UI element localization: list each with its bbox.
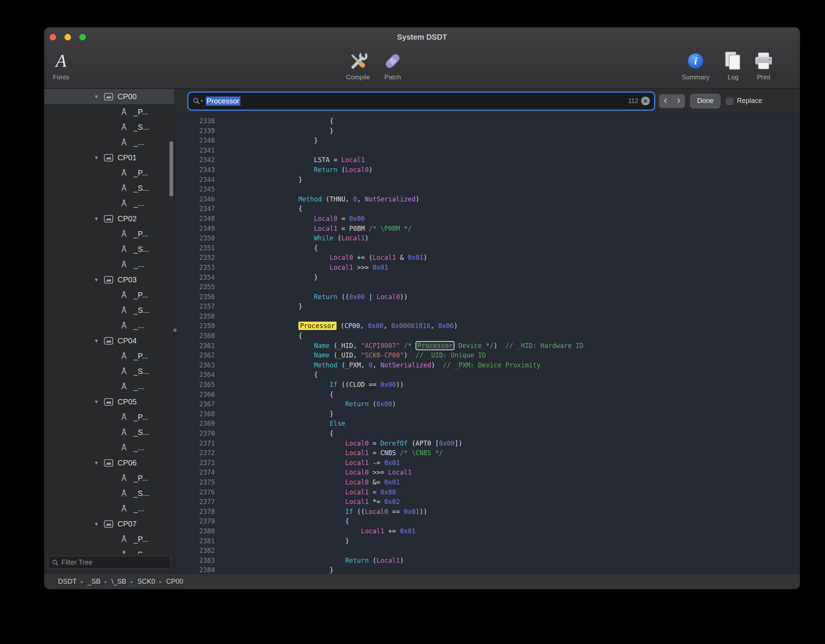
tree-item-cp03[interactable]: ▼CP03: [44, 272, 174, 287]
replace-checkbox[interactable]: [726, 97, 733, 105]
tree-item-_p[interactable]: _P...: [44, 287, 174, 303]
disclosure-triangle-icon[interactable]: ▼: [94, 155, 104, 161]
tree-item-_s[interactable]: _S...: [44, 303, 174, 318]
tree-item-_s[interactable]: _S...: [44, 364, 174, 379]
filter-tree-field[interactable]: [48, 556, 171, 569]
tree-item-cp06[interactable]: ▼CP06: [44, 455, 174, 470]
disclosure-triangle-icon[interactable]: ▼: [94, 338, 104, 344]
breadcrumb-item[interactable]: CP00: [166, 578, 183, 586]
tree-item-_p[interactable]: _P...: [44, 226, 174, 242]
tree-item-_p[interactable]: _P...: [44, 470, 174, 486]
find-current-match: Processor: [416, 341, 454, 350]
code-text: {: [267, 370, 318, 380]
tree-item-_[interactable]: _...: [44, 318, 174, 333]
tree-item-cp04[interactable]: ▼CP04: [44, 333, 174, 348]
tree-item-label: _...: [134, 382, 144, 391]
tree-item-cp02[interactable]: ▼CP02: [44, 211, 174, 226]
disclosure-triangle-icon[interactable]: ▼: [94, 460, 104, 466]
next-match-button[interactable]: ›: [672, 94, 685, 108]
print-button[interactable]: Print: [739, 49, 788, 81]
code-text: Local0 += (Local1 & 0x01): [267, 253, 427, 263]
method-icon: [120, 290, 134, 299]
tree-item-_p[interactable]: _P...: [44, 348, 174, 364]
line-number: 2380: [175, 526, 215, 536]
tree-item-cp05[interactable]: ▼CP05: [44, 394, 174, 409]
replace-toggle[interactable]: Replace: [726, 97, 762, 105]
line-number: 2353: [175, 263, 215, 273]
tree-item-cp07[interactable]: ▼CP07: [44, 516, 174, 531]
code-text: Return (Local1): [267, 556, 404, 566]
line-number: 2352: [175, 253, 215, 263]
code-text: Return (0x00): [267, 399, 396, 409]
find-bar: ▾ Processor 112 × ‹ › Done Replace: [175, 89, 800, 113]
code-line: 2374 Local0 >>= Local1: [175, 468, 800, 478]
line-number: 2348: [175, 214, 215, 224]
breadcrumb-item[interactable]: SCK0: [137, 578, 155, 586]
search-input[interactable]: ▾ Processor 112 ×: [189, 93, 654, 109]
tree-item-label: _...: [134, 504, 144, 513]
fonts-button[interactable]: A Fonts: [44, 49, 86, 81]
tree-item-_[interactable]: _...: [44, 135, 174, 150]
code-line: 2349 Local1 = P0BM /* \P0BM */: [175, 224, 800, 234]
tree-item-_[interactable]: _...: [44, 379, 174, 394]
tree-item-_p[interactable]: _P...: [44, 104, 174, 119]
tree-item-_s[interactable]: _S...: [44, 486, 174, 501]
code-line: 2365 If ((CLOD == 0x00)): [175, 380, 800, 390]
splitter-handle[interactable]: [173, 328, 177, 332]
method-icon: [120, 122, 134, 132]
tree-item-label: _P...: [134, 169, 148, 177]
tree-item-cp00[interactable]: ▼CP00: [44, 89, 174, 104]
tree-item-_[interactable]: _...: [44, 257, 174, 272]
tree-item-_s[interactable]: _S...: [44, 547, 174, 554]
code-line: 2362 Name (_UID, "SCK0-CP00") // _UID: U…: [175, 351, 800, 361]
tree-item-cp01[interactable]: ▼CP01: [44, 150, 174, 165]
tree-item-_s[interactable]: _S...: [44, 119, 174, 135]
tree-item-label: CP04: [118, 336, 137, 345]
tree-item-_[interactable]: _...: [44, 196, 174, 211]
search-icon: [193, 97, 200, 105]
method-icon: [120, 107, 134, 116]
disclosure-triangle-icon[interactable]: ▼: [94, 521, 104, 527]
tree-item-_s[interactable]: _S...: [44, 242, 174, 257]
line-number: 2354: [175, 273, 215, 283]
tree-item-_p[interactable]: _P...: [44, 165, 174, 180]
method-icon: [120, 321, 134, 330]
line-number: 2361: [175, 341, 215, 351]
tree-item-_s[interactable]: _S...: [44, 425, 174, 440]
code-text: }: [267, 175, 302, 185]
line-number: 2368: [175, 409, 215, 419]
filter-tree-input[interactable]: [61, 559, 167, 567]
patch-button[interactable]: Patch: [368, 49, 417, 81]
tree-item-label: _...: [134, 260, 144, 269]
disclosure-triangle-icon[interactable]: ▼: [94, 277, 104, 283]
compile-label: Compile: [346, 74, 370, 81]
main-content: ▼CP00_P..._S..._...▼CP01_P..._S..._...▼C…: [44, 89, 800, 573]
done-button[interactable]: Done: [690, 94, 720, 108]
tree-item-_s[interactable]: _S...: [44, 180, 174, 196]
code-text: }: [267, 536, 349, 546]
find-nav-segment: ‹ ›: [659, 94, 685, 108]
code-line: 2344 }: [175, 175, 800, 185]
code-area[interactable]: 2338 {2339 }2340 }23412342 LSTA = Local1…: [175, 113, 800, 573]
disclosure-triangle-icon[interactable]: ▼: [94, 399, 104, 405]
tree-item-_p[interactable]: _P...: [44, 531, 174, 547]
patch-bandaid-icon: [383, 49, 403, 73]
code-line: 2350 While (Local1): [175, 233, 800, 243]
code-line: 2379 {: [175, 517, 800, 526]
tree-item-_[interactable]: _...: [44, 501, 174, 516]
search-menu-button[interactable]: ▾: [193, 97, 203, 105]
print-printer-icon: [754, 49, 773, 73]
breadcrumb-item[interactable]: _SB: [88, 578, 101, 586]
line-number: 2349: [175, 224, 215, 234]
breadcrumb-item[interactable]: DSDT: [58, 578, 77, 586]
code-line: 2363 Method (_PXM, 0, NotSerialized) // …: [175, 361, 800, 370]
previous-match-button[interactable]: ‹: [659, 94, 672, 108]
disclosure-triangle-icon[interactable]: ▼: [94, 216, 104, 222]
tree-item-_[interactable]: _...: [44, 440, 174, 455]
sidebar-scrollbar[interactable]: [169, 141, 173, 196]
clear-search-icon[interactable]: ×: [641, 97, 650, 105]
breadcrumb-item[interactable]: \_SB: [111, 578, 126, 586]
tree-item-_p[interactable]: _P...: [44, 409, 174, 425]
disclosure-triangle-icon[interactable]: ▼: [94, 94, 104, 100]
line-number: 2340: [175, 136, 215, 146]
